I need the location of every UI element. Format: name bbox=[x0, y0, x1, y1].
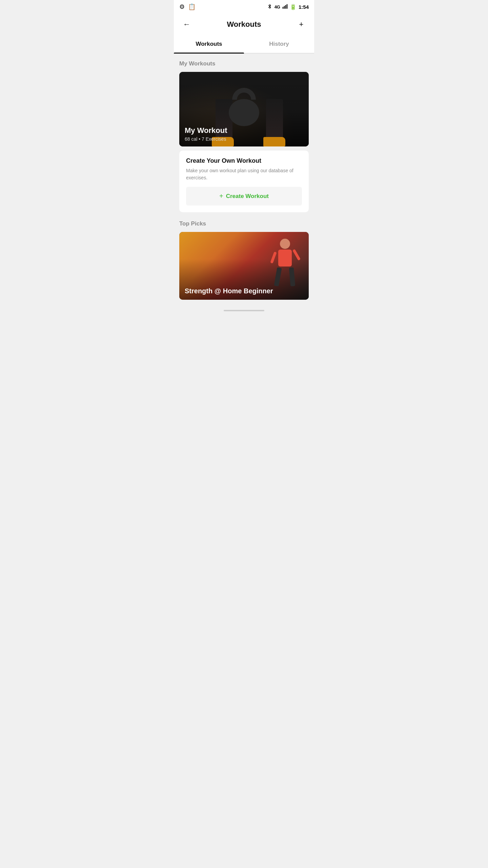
svg-rect-2 bbox=[285, 5, 286, 9]
status-time: 1:54 bbox=[299, 4, 309, 10]
svg-rect-0 bbox=[283, 7, 284, 8]
page-title: Workouts bbox=[227, 20, 261, 29]
workout-card-info: My Workout 68 cal • 7 Exercises bbox=[185, 126, 227, 142]
create-card-title: Create Your Own Workout bbox=[186, 157, 302, 164]
person-body bbox=[278, 250, 292, 267]
shoe-right bbox=[263, 137, 285, 146]
main-content: My Workouts My Workout 68 cal • 7 Exerci… bbox=[174, 54, 314, 307]
top-picks-card[interactable]: Strength @ Home Beginner bbox=[179, 232, 309, 300]
top-picks-label: Top Picks bbox=[179, 220, 309, 227]
clipboard-icon: 📋 bbox=[188, 3, 196, 11]
svg-rect-3 bbox=[287, 4, 288, 8]
status-left-icons: ⚙ 📋 bbox=[179, 3, 196, 11]
person-arm-right bbox=[292, 249, 301, 260]
create-workout-label: Create Workout bbox=[226, 193, 269, 200]
create-plus-icon: + bbox=[219, 192, 223, 200]
workout-exercises: 7 Exercises bbox=[202, 136, 226, 142]
status-right-icons: 4G 🔋 1:54 bbox=[267, 4, 309, 10]
top-picks-card-name: Strength @ Home Beginner bbox=[185, 287, 273, 295]
workout-meta: 68 cal • 7 Exercises bbox=[185, 136, 227, 142]
settings-icon: ⚙ bbox=[179, 3, 185, 11]
create-workout-card: Create Your Own Workout Make your own wo… bbox=[179, 151, 309, 212]
create-card-description: Make your own workout plan using our dat… bbox=[186, 167, 302, 181]
status-bar: ⚙ 📋 4G 🔋 1:54 bbox=[174, 0, 314, 14]
person-leg-right bbox=[289, 267, 296, 286]
my-workouts-label: My Workouts bbox=[179, 60, 309, 67]
bottom-indicator bbox=[174, 307, 314, 315]
person-arm-left bbox=[270, 252, 277, 264]
svg-rect-1 bbox=[284, 6, 285, 8]
workout-dot: • bbox=[199, 136, 200, 142]
workout-name: My Workout bbox=[185, 126, 227, 135]
signal-bars-icon bbox=[282, 4, 288, 10]
signal-label: 4G bbox=[274, 4, 280, 9]
kettlebell-body bbox=[229, 99, 259, 126]
tab-workouts[interactable]: Workouts bbox=[174, 35, 244, 53]
kettlebell-illustration bbox=[229, 88, 259, 126]
bluetooth-icon bbox=[267, 4, 272, 10]
create-workout-button[interactable]: + Create Workout bbox=[186, 187, 302, 205]
treadmill-person-illustration bbox=[271, 239, 299, 286]
person-leg-left bbox=[274, 267, 282, 287]
my-workout-card[interactable]: My Workout 68 cal • 7 Exercises bbox=[179, 72, 309, 146]
kettlebell-handle bbox=[232, 88, 256, 100]
home-indicator-bar bbox=[224, 310, 264, 311]
workout-calories: 68 cal bbox=[185, 136, 197, 142]
back-button[interactable]: ← bbox=[181, 18, 193, 31]
battery-icon: 🔋 bbox=[290, 4, 297, 10]
top-app-bar: ← Workouts + bbox=[174, 14, 314, 35]
person-head bbox=[280, 239, 290, 249]
tabs-bar: Workouts History bbox=[174, 35, 314, 54]
tab-history[interactable]: History bbox=[244, 35, 314, 53]
add-button[interactable]: + bbox=[295, 18, 307, 31]
